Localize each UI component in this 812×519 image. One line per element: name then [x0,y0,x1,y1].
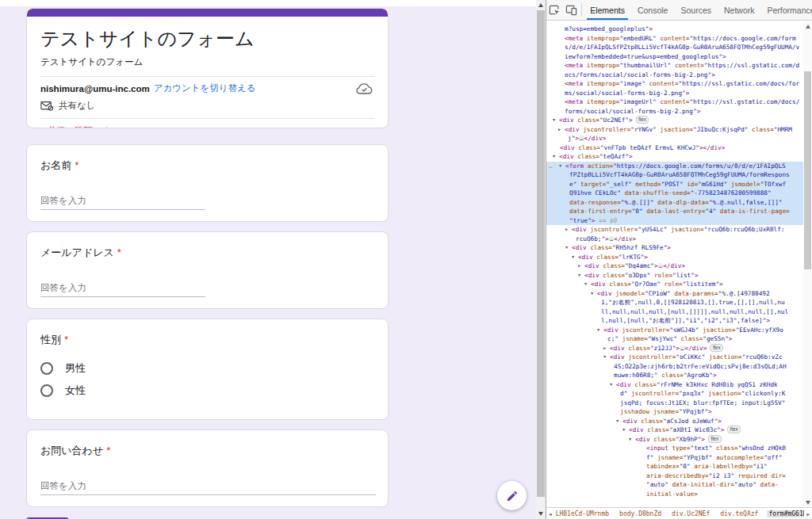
collapse-arrow-icon[interactable]: ▼ [572,253,578,262]
radio-option[interactable]: 女性 [40,380,374,402]
inspect-element-icon[interactable] [546,0,563,20]
expand-arrow-icon[interactable]: ▶ [558,125,565,135]
code-line[interactable]: 1,"お名前",null,0,[[928120813,[],true,[],[]… [546,298,803,307]
text-answer-input[interactable]: 回答を入力 [40,193,205,210]
tab-sources[interactable]: Sources [674,0,718,20]
radio-button-icon[interactable] [40,384,53,397]
code-line[interactable]: jsqPd; focus:Jt1EX; blur:fpfTEe; input:L… [546,399,803,408]
code-line[interactable]: jsshadow jsname="YPqjbf"> [546,407,803,417]
expand-arrow-icon[interactable]: ▶ [603,344,610,353]
devtools-scroll-down-button[interactable] [803,498,812,507]
code-line[interactable]: ▼<div class="aXBtI Wic03c">flex [546,426,803,435]
code-line[interactable]: aria-describedby="i2 i3" required dir= [546,471,803,481]
code-line[interactable]: l,null,[null,"お名前"]],"i1","i2","i3",fals… [546,316,803,326]
code-line[interactable]: ▼<div class="lrKTG"> [546,253,803,262]
code-line[interactable]: 4S;O22p3e:zjh6rb;b2trFe:eVidQc;sPvj8e:d3… [546,362,803,372]
scroll-down-button[interactable] [536,509,546,519]
device-toolbar-icon[interactable] [563,0,580,20]
page-scrollbar[interactable] [536,0,546,519]
code-line[interactable]: <input type="text" class="whsOnd zHQkB [546,444,803,453]
code-line[interactable]: …▼<form action="https://docs.google.com/… [546,162,803,171]
code-line[interactable]: ▼<div class="o3Dpx" role="list"> [546,271,803,280]
breadcrumb-scroll-right-icon[interactable]: ▶ [804,511,812,517]
devtools-scrollbar[interactable] [803,21,812,507]
text-answer-input[interactable]: 回答を入力 [40,280,205,297]
breadcrumb-scroll-left-icon[interactable]: ◀ [546,511,554,517]
code-line[interactable]: muwe:h06R8;" class="AgroKb"> [546,371,803,380]
tab-performance[interactable]: Performance [761,0,812,20]
code-line[interactable]: ▼<div class="Uc2NEf">flex [546,116,803,125]
breadcrumb-item[interactable]: body.D8bnZd [618,510,663,517]
expand-arrow-icon[interactable]: ▶ [578,261,584,271]
code-line[interactable]: ▼<div class="teQAzf"> [546,152,803,162]
breadcrumb-item[interactable]: form#mG61Hd [767,510,804,517]
edit-form-fab[interactable] [497,481,527,510]
collapse-arrow-icon[interactable]: ▼ [629,435,635,445]
code-line[interactable]: forms/social/social-forms-big-2.png"> [546,107,803,116]
code-line[interactable]: ms/social/social-forms-big-2.png"> [546,89,803,98]
code-line[interactable]: ▼<div jscontroller="oCiKKc" jsaction="rc… [546,353,803,362]
code-line[interactable]: f" jsname="YPqjbf" autocomplete="off" [546,453,803,463]
code-line[interactable]: initial-value> [546,490,803,499]
collapse-arrow-icon[interactable]: ▼ [559,162,565,171]
code-line[interactable]: d" jscontroller="pxq3x" jsaction="clicko… [546,389,803,399]
code-line[interactable]: ▼<div class="RH5hzf RLS9Fe"> [546,243,803,253]
expand-arrow-icon[interactable]: ▶ [565,225,572,235]
code-line[interactable]: iewform?embedded=true&usp=embed_googlepl… [546,52,803,62]
tab-elements[interactable]: Elements [584,0,631,20]
code-line[interactable]: <meta itemprop="image" content="https://… [546,79,803,89]
page-scrollbar-thumb[interactable] [537,10,545,497]
code-line[interactable]: <meta itemprop="imageUrl" content="https… [546,97,803,107]
collapse-arrow-icon[interactable]: ▼ [591,289,597,299]
switch-account-link[interactable]: アカウントを切り替える [154,82,256,94]
collapse-arrow-icon[interactable]: ▼ [553,116,559,125]
code-line[interactable]: s/d/e/1FAIpQLSfPZtpBLLi5VcfT4kAG0p-GuR0A… [546,43,803,52]
collapse-arrow-icon[interactable]: ▼ [610,380,616,390]
collapse-arrow-icon[interactable]: ▼ [622,426,629,435]
code-line[interactable]: ocs/forms/social/social-forms-big-2.png"… [546,71,803,80]
code-line[interactable]: fPZtpBLLi5VcfT4kAG0p-GuR0AruA658FQTMhCeg… [546,170,803,180]
expand-ellipsis[interactable]: … [579,135,584,141]
collapse-arrow-icon[interactable]: ▼ [565,243,572,253]
code-line[interactable]: j">…</div> [546,134,803,143]
tab-network[interactable]: Network [718,0,761,20]
breadcrumb-item[interactable]: div.teQAzf [718,510,760,517]
code-line[interactable]: ▼<div class="Xb9hP">flex [546,435,803,445]
code-line[interactable]: rcuQ6b;">…</div> [546,235,803,244]
breadcrumb-item[interactable]: div.Uc2NEf [670,510,711,517]
code-line[interactable]: ▼<div class="aCsJod oJeWuf"> [546,417,803,426]
code-line[interactable]: ▶<div jscontroller="yUS4Lc" jsaction="rc… [546,225,803,235]
collapse-arrow-icon[interactable]: ▼ [616,417,622,426]
code-line[interactable]: tabindex="0" aria-labelledby="i1" [546,462,803,471]
code-line[interactable]: ▶<div jscontroller="rYNGv" jsaction="JIb… [546,125,803,135]
code-line[interactable]: "auto" data-initial-dir="auto" data- [546,480,803,490]
code-line[interactable]: ▼<div class="rFrNMe k3kHxc RdH0ib yqQS1 … [546,380,803,390]
collapse-arrow-icon[interactable]: ▼ [553,152,559,162]
code-line[interactable]: Q91hve CEkLOc" data-shuffle-seed="-77582… [546,189,803,198]
code-line[interactable]: ▶<div class="Dq4amc">…</div> [546,261,803,271]
breadcrumb-item[interactable]: LHB1eCd-UMrnmb [554,510,611,517]
code-line[interactable]: c;" jsname="WsjYwc" class="geS5n"> [546,334,803,344]
code-line[interactable]: ▶<div class="z12JJ">…</div>flex [546,344,803,353]
code-line[interactable]: ▼<div jscontroller="sWGJ4b" jsaction="EE… [546,326,803,335]
code-line[interactable]: "true"> == $0 [546,216,803,226]
saved-cloud-icon[interactable] [355,83,373,95]
scroll-up-button[interactable] [536,0,546,10]
devtools-scroll-up-button[interactable] [803,21,812,31]
code-line[interactable]: <meta itemprop="embedURL" content="https… [546,34,803,44]
collapse-arrow-icon[interactable]: ▼ [603,353,610,362]
code-line[interactable]: <meta itemprop="thumbnailUrl" content="h… [546,61,803,71]
code-line[interactable]: <div class="vnFTpb teQAzf ErmvL KHCwJ"><… [546,143,803,153]
code-line[interactable]: e" target="_self" method="POST" id="mG61… [546,180,803,189]
code-line[interactable]: ll,null,null,null,[null,[]]]],null,null,… [546,307,803,317]
collapse-arrow-icon[interactable]: ▼ [578,271,584,280]
expand-ellipsis[interactable]: … [680,345,685,351]
code-line[interactable]: data-response="%.@.[]]" data-dlp-data="%… [546,198,803,208]
text-answer-input[interactable]: 回答を入力 [40,478,376,495]
collapse-arrow-icon[interactable]: ▼ [584,280,591,289]
radio-button-icon[interactable] [40,362,53,375]
code-line[interactable]: data-first-entry="0" data-last-entry="4"… [546,207,803,216]
code-line[interactable]: ▼<div class="Qr7Oae" role="listitem"> [546,280,803,289]
tab-console[interactable]: Console [631,0,675,20]
code-line[interactable]: m?usp=embed_googleplus"> [546,25,803,34]
